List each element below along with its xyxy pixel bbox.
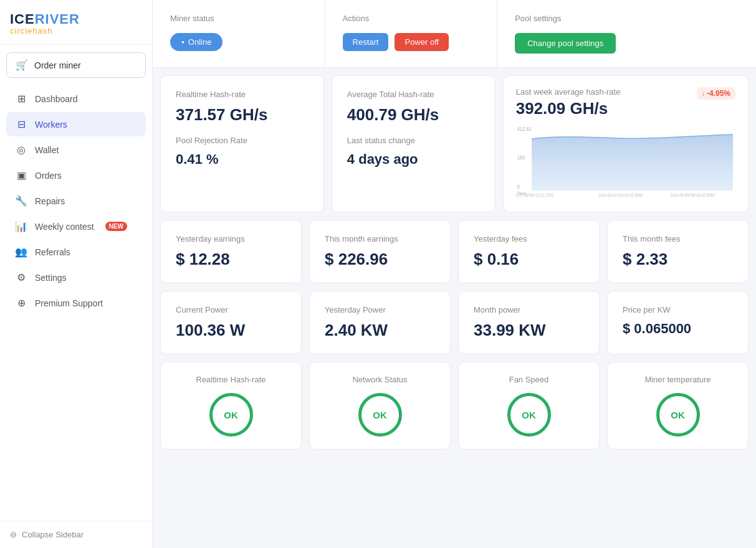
sidebar-item-wallet[interactable]: ◎ Wallet xyxy=(6,138,146,162)
last-status-label: Last status change xyxy=(347,136,480,145)
this-month-earnings-card: This month earnings $ 226.96 xyxy=(309,220,451,283)
hashrate-row: Realtime Hash-rate 371.57 GH/s Pool Reje… xyxy=(160,75,749,212)
svg-text:412.61: 412.61 xyxy=(517,125,531,132)
this-month-fees-value: $ 2.33 xyxy=(623,250,733,269)
main-content: Miner status Online Actions Restart Powe… xyxy=(153,0,756,548)
this-month-fees-card: This month fees $ 2.33 xyxy=(607,220,749,283)
sidebar-item-workers[interactable]: ⊟ Workers xyxy=(6,112,146,136)
order-miner-button[interactable]: 🛒 Order miner xyxy=(6,52,146,78)
temperature-status-card: Miner temperature OK xyxy=(607,362,749,450)
last-status-value: 4 days ago xyxy=(347,151,480,168)
realtime-hashrate-ok-indicator: OK xyxy=(209,393,253,437)
sidebar-nav: 🛒 Order miner ⊞ Dashboard ⊟ Workers ◎ Wa… xyxy=(0,45,152,521)
pool-settings-title: Pool settings xyxy=(515,14,739,23)
miner-status-actions: Online xyxy=(170,33,307,51)
temperature-ok-indicator: OK xyxy=(656,393,700,437)
network-ok-indicator: OK xyxy=(358,393,402,437)
price-per-kw-value: $ 0.065000 xyxy=(623,321,733,337)
temperature-label: Miner temperature xyxy=(644,375,711,384)
sidebar-item-weekly-contest[interactable]: 📊 Weekly contest NEW xyxy=(6,214,146,239)
sidebar-item-dashboard[interactable]: ⊞ Dashboard xyxy=(6,87,146,111)
miner-status-card: Miner status Online xyxy=(153,0,325,67)
logo-river: RIVER xyxy=(35,11,80,27)
down-arrow-icon: ↓ xyxy=(702,90,705,97)
yesterday-fees-value: $ 0.16 xyxy=(474,250,584,269)
current-power-value: 100.36 W xyxy=(176,321,286,340)
actions-card: Actions Restart Power off xyxy=(325,0,498,67)
avg-hashrate-card: Average Total Hash-rate 400.79 GH/s Last… xyxy=(332,75,495,212)
realtime-hashrate-value: 371.57 GH/s xyxy=(176,105,309,125)
last-week-hashrate-card: Last week average hash-rate 392.09 GH/s … xyxy=(503,75,749,212)
restart-button[interactable]: Restart xyxy=(343,33,389,51)
status-row: Realtime Hash-rate OK Network Status OK … xyxy=(160,362,749,450)
poweroff-button[interactable]: Power off xyxy=(395,33,449,51)
month-power-label: Month power xyxy=(474,305,584,314)
online-status-button[interactable]: Online xyxy=(170,33,222,51)
yesterday-fees-card: Yesterday fees $ 0.16 xyxy=(458,220,600,283)
svg-text:2024-07-30T09:12:21.275Z: 2024-07-30T09:12:21.275Z xyxy=(516,192,554,197)
sidebar-bottom: ⊖ Collapse Sidebar xyxy=(0,521,152,548)
svg-text:0: 0 xyxy=(517,183,520,190)
svg-text:2024-08-01T09:02:03.399Z: 2024-08-01T09:02:03.399Z xyxy=(598,192,643,197)
chart-header: Last week average hash-rate 392.09 GH/s … xyxy=(516,87,735,118)
workers-icon: ⊟ xyxy=(15,118,27,130)
pool-rejection-value: 0.41 % xyxy=(176,151,309,168)
yesterday-power-card: Yesterday Power 2.40 KW xyxy=(309,291,451,354)
sidebar-item-repairs[interactable]: 🔧 Repairs xyxy=(6,189,146,213)
fan-speed-label: Fan Speed xyxy=(509,375,549,384)
top-row: Miner status Online Actions Restart Powe… xyxy=(153,0,756,68)
repairs-icon: 🔧 xyxy=(15,195,27,207)
current-power-label: Current Power xyxy=(176,305,286,314)
hashrate-chart: 412.61 150 0 TH/s xyxy=(516,123,735,198)
orders-icon: ▣ xyxy=(15,169,27,181)
network-status-label: Network Status xyxy=(352,375,407,384)
sidebar: ICERIVER circlehash 🛒 Order miner ⊞ Dash… xyxy=(0,0,153,548)
price-per-kw-label: Price per KW xyxy=(623,305,733,314)
realtime-hashrate-label: Realtime Hash-rate xyxy=(176,90,309,99)
sidebar-item-premium-support[interactable]: ⊕ Premium Support xyxy=(6,291,146,315)
pool-rejection-label: Pool Rejection Rate xyxy=(176,136,309,145)
realtime-hashrate-card: Realtime Hash-rate 371.57 GH/s Pool Reje… xyxy=(160,75,324,212)
chart-badge: ↓ -4.95% xyxy=(697,87,735,100)
yesterday-fees-label: Yesterday fees xyxy=(474,234,584,243)
chart-value: 392.09 GH/s xyxy=(516,99,621,118)
settings-icon: ⚙ xyxy=(15,272,27,283)
stats-grid: Realtime Hash-rate 371.57 GH/s Pool Reje… xyxy=(153,68,756,457)
pool-settings-card: Pool settings Change pool settings xyxy=(497,0,756,67)
action-buttons: Restart Power off xyxy=(343,33,480,51)
yesterday-earnings-value: $ 12.28 xyxy=(176,250,286,269)
earnings-row: Yesterday earnings $ 12.28 This month ea… xyxy=(160,220,749,283)
chart-left: Last week average hash-rate 392.09 GH/s xyxy=(516,87,621,118)
yesterday-power-label: Yesterday Power xyxy=(325,305,435,314)
weekly-contest-icon: 📊 xyxy=(15,220,27,232)
dashboard-icon: ⊞ xyxy=(15,93,27,105)
price-per-kw-card: Price per KW $ 0.065000 xyxy=(607,291,749,354)
this-month-earnings-value: $ 226.96 xyxy=(325,250,435,269)
yesterday-earnings-card: Yesterday earnings $ 12.28 xyxy=(160,220,302,283)
sidebar-item-orders[interactable]: ▣ Orders xyxy=(6,163,146,187)
month-power-card: Month power 33.99 KW xyxy=(458,291,600,354)
avg-hashrate-value: 400.79 GH/s xyxy=(347,105,480,125)
new-badge: NEW xyxy=(105,222,127,231)
this-month-earnings-label: This month earnings xyxy=(325,234,435,243)
fan-speed-status-card: Fan Speed OK xyxy=(458,362,600,450)
collapse-sidebar-button[interactable]: ⊖ Collapse Sidebar xyxy=(10,530,142,539)
wallet-icon: ◎ xyxy=(15,144,27,156)
network-status-card: Network Status OK xyxy=(309,362,451,450)
current-power-card: Current Power 100.36 W xyxy=(160,291,302,354)
sidebar-item-settings[interactable]: ⚙ Settings xyxy=(6,265,146,290)
realtime-hashrate-status-label: Realtime Hash-rate xyxy=(196,375,266,384)
premium-support-icon: ⊕ xyxy=(15,297,27,309)
logo-text: ICE xyxy=(10,11,35,27)
change-pool-settings-button[interactable]: Change pool settings xyxy=(515,33,616,54)
realtime-hashrate-status-card: Realtime Hash-rate OK xyxy=(160,362,302,450)
yesterday-earnings-label: Yesterday earnings xyxy=(176,234,286,243)
this-month-fees-label: This month fees xyxy=(623,234,733,243)
yesterday-power-value: 2.40 KW xyxy=(325,321,435,340)
power-row: Current Power 100.36 W Yesterday Power 2… xyxy=(160,291,749,354)
chart-label: Last week average hash-rate xyxy=(516,87,621,97)
logo-sub: circlehash xyxy=(10,26,142,35)
actions-title: Actions xyxy=(343,14,480,23)
sidebar-item-referrals[interactable]: 👥 Referrals xyxy=(6,240,146,264)
pool-settings-actions: Change pool settings xyxy=(515,33,739,54)
